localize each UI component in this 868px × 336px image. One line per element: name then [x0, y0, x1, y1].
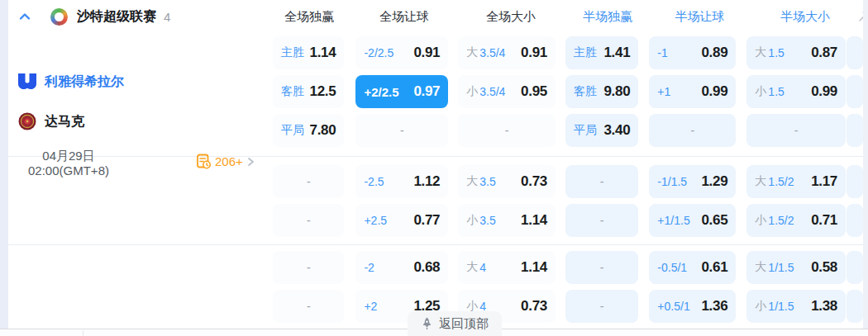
odds-cell[interactable]: -	[273, 204, 344, 237]
odds-cell[interactable]: 小 3.5/4 0.95	[458, 75, 556, 108]
partial-odds-cell[interactable]	[847, 251, 863, 284]
odds-value: 0.65	[701, 212, 727, 229]
odds-cell[interactable]: 小 1.5/2 0.71	[746, 204, 846, 237]
odds-line: 平局	[281, 123, 304, 138]
odds-cell[interactable]: 大 1.5/2 1.17	[746, 165, 846, 198]
odds-cell[interactable]: 大 4 1.14	[458, 251, 556, 284]
odds-cell[interactable]: +1 0.99	[649, 75, 736, 108]
odds-value: 1.38	[811, 298, 837, 315]
odds-line: -2	[364, 261, 374, 274]
odds-cell[interactable]: +1/1.5 0.65	[649, 204, 736, 237]
odds-cell[interactable]: 大 1.5 0.87	[746, 36, 846, 69]
odds-line: +2.5	[364, 214, 387, 227]
odds-line: -1	[657, 46, 667, 59]
odds-value: 0.99	[811, 83, 837, 100]
odds-line-group: 主胜	[574, 45, 597, 60]
column-header: 半场大小	[755, 9, 856, 25]
partial-odds-cell[interactable]	[847, 36, 863, 69]
odds-cell[interactable]: 平局 7.80	[273, 114, 344, 147]
odds-cell[interactable]: +0.5/1 1.36	[649, 290, 736, 323]
partial-odds-cell[interactable]	[847, 114, 863, 147]
odds-cell[interactable]: +2/2.5 0.97	[355, 75, 448, 108]
expand-icon[interactable]	[858, 11, 863, 26]
odds-line-group: 大 3.5/4	[466, 45, 505, 60]
odds-body: 利雅得希拉尔 达马克 04月29日 02:00(GM	[8, 33, 863, 323]
markets-stats-icon	[196, 154, 212, 169]
odds-line-group: -1/1.5	[657, 175, 687, 188]
odds-cell[interactable]: 大 3.5/4 0.91	[458, 36, 556, 69]
rocket-icon	[421, 317, 433, 330]
odds-cell[interactable]: -2.5 1.12	[355, 165, 448, 198]
more-markets-link[interactable]: 206+	[196, 154, 255, 169]
column-header: 全场让球	[357, 9, 451, 25]
odds-cell[interactable]: -	[355, 114, 448, 147]
odds-line: 客胜	[281, 84, 304, 99]
odds-cell[interactable]: -	[565, 204, 638, 237]
odds-value: 3.40	[603, 122, 630, 139]
odds-cell[interactable]: -1 0.89	[649, 36, 736, 69]
odds-cell[interactable]: -	[565, 165, 638, 198]
odds-value: 12.5	[310, 83, 336, 100]
ou-prefix: 大	[755, 45, 766, 60]
odds-value: 0.61	[701, 259, 727, 276]
odds-line-group: +1/1.5	[657, 214, 689, 227]
odds-value: 1.36	[701, 298, 727, 315]
column-header: 全场大小	[461, 9, 560, 25]
odds-cell[interactable]: 大 1/1.5 0.58	[746, 251, 846, 284]
odds-line: 1/1.5	[768, 261, 794, 274]
odds-cell[interactable]: -	[273, 165, 344, 198]
odds-cell[interactable]: -	[565, 290, 638, 323]
odds-cell[interactable]: 小 1.5 0.99	[746, 75, 846, 108]
odds-cell[interactable]: 主胜 1.14	[273, 36, 344, 69]
partial-odds-cell[interactable]	[847, 165, 863, 198]
odds-line-group: 小 1.5/2	[755, 213, 794, 228]
odds-line: 3.5/4	[479, 85, 505, 98]
away-team-row[interactable]: 达马克	[17, 112, 84, 130]
odds-cell[interactable]: -	[273, 251, 344, 284]
odds-cell[interactable]: 主胜 1.41	[565, 36, 638, 69]
odds-line-group: -1	[657, 46, 667, 59]
odds-value: 0.73	[521, 173, 547, 190]
partial-odds-cell[interactable]	[847, 204, 863, 237]
partial-odds-cell[interactable]	[847, 75, 863, 108]
odds-line-group: 小 3.5	[466, 213, 495, 228]
odds-value: 1.29	[701, 173, 727, 190]
section-divider	[83, 330, 83, 336]
odds-cell[interactable]: -1/1.5 1.29	[649, 165, 736, 198]
odds-line-group: 大 1.5	[755, 45, 784, 60]
odds-cell[interactable]: 小 3.5 1.14	[458, 204, 556, 237]
odds-cell[interactable]: -	[746, 114, 846, 147]
no-odds-dash: -	[400, 124, 404, 137]
ou-prefix: 大	[755, 174, 766, 189]
back-to-top-button[interactable]: 返回顶部	[408, 311, 502, 336]
odds-cell[interactable]: -	[273, 290, 344, 323]
odds-cell[interactable]: 客胜 12.5	[273, 75, 344, 108]
ou-prefix: 大	[466, 45, 478, 60]
odds-cell[interactable]: -0.5/1 0.61	[649, 251, 736, 284]
odds-cell[interactable]: 小 1/1.5 1.38	[746, 290, 846, 323]
no-odds-dash: -	[307, 300, 311, 313]
collapse-chevron-up-icon[interactable]	[17, 8, 33, 25]
odds-cell[interactable]: 平局 3.40	[565, 114, 638, 147]
home-team-row[interactable]: 利雅得希拉尔	[17, 73, 124, 91]
odds-line-group: 大 1.5/2	[755, 174, 794, 189]
markets-count: 206+	[215, 154, 243, 168]
partial-odds-cell[interactable]	[847, 290, 863, 323]
odds-line: +1/1.5	[657, 214, 689, 227]
odds-cell[interactable]: -2/2.5 0.91	[355, 36, 448, 69]
odds-line: 3.5/4	[479, 46, 505, 59]
odds-cell[interactable]: -2 0.68	[355, 251, 448, 284]
odds-cell[interactable]: 大 3.5 0.73	[458, 165, 556, 198]
odds-cell[interactable]: -	[458, 114, 556, 147]
no-odds-dash: -	[794, 124, 799, 137]
odds-cell[interactable]: 客胜 9.80	[565, 75, 638, 108]
odds-line: +2	[364, 300, 377, 313]
odds-cell[interactable]: +2.5 0.77	[355, 204, 448, 237]
odds-line-group: 大 4	[466, 260, 486, 275]
odds-cell[interactable]: -	[649, 114, 736, 147]
odds-line-group: -0.5/1	[657, 261, 687, 274]
match-time: 04月29日 02:00(GMT+8)	[8, 149, 129, 178]
odds-cell[interactable]: -	[565, 251, 638, 284]
odds-line-group: 平局	[281, 123, 304, 138]
no-odds-dash: -	[505, 124, 509, 137]
